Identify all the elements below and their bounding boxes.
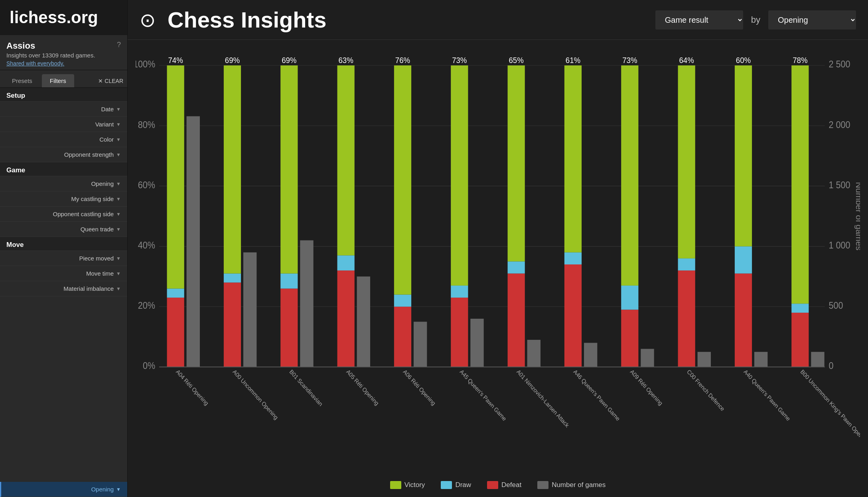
presets-tab[interactable]: Presets: [4, 74, 40, 87]
filter-queen-trade[interactable]: Queen trade ▼: [0, 222, 127, 237]
svg-text:0: 0: [829, 360, 833, 371]
metric-select[interactable]: Game result: [655, 10, 743, 30]
main-header: ⊙ Chess Insights Game result by Opening: [128, 0, 868, 40]
svg-rect-36: [280, 274, 298, 289]
shared-link[interactable]: Shared with everybody.: [6, 60, 121, 67]
svg-text:2 000: 2 000: [829, 119, 850, 130]
filter-date[interactable]: Date ▼: [0, 102, 127, 117]
filter-move-time[interactable]: Move time ▼: [0, 266, 127, 281]
date-arrow: ▼: [116, 106, 121, 112]
bar-group-10: 32% 4% 64%: [678, 55, 711, 367]
defeat-swatch: [487, 481, 498, 489]
defeat-label: Defeat: [501, 481, 521, 489]
material-imbalance-arrow: ▼: [116, 286, 121, 292]
svg-text:A40 Queen's Pawn Game: A40 Queen's Pawn Game: [742, 368, 791, 422]
filter-my-castling[interactable]: My castling side ▼: [0, 191, 127, 207]
opening-active-arrow: ▼: [116, 487, 121, 492]
legend-draw: Draw: [441, 481, 471, 489]
svg-text:A09 Réti Opening: A09 Réti Opening: [629, 368, 664, 406]
svg-text:0%: 0%: [143, 360, 155, 371]
filter-opening[interactable]: Opening ▼: [0, 176, 127, 191]
svg-rect-64: [508, 261, 525, 273]
svg-rect-34: [280, 288, 298, 367]
svg-rect-43: [337, 255, 355, 270]
help-icon[interactable]: ?: [117, 41, 121, 49]
svg-rect-52: [394, 65, 411, 295]
by-label: by: [751, 15, 760, 25]
svg-rect-24: [167, 65, 184, 288]
svg-text:B01 Scandinavian: B01 Scandinavian: [288, 368, 324, 407]
svg-text:63%: 63%: [338, 55, 353, 65]
legend-count: Number of games: [537, 481, 606, 489]
setup-section-header: Setup: [0, 88, 127, 102]
svg-rect-78: [621, 286, 638, 310]
svg-text:20%: 20%: [138, 300, 155, 311]
move-section-header: Move: [0, 237, 127, 251]
legend-victory: Victory: [390, 481, 425, 489]
svg-rect-38: [280, 65, 298, 274]
svg-text:78%: 78%: [793, 55, 807, 65]
svg-rect-29: [224, 274, 241, 283]
svg-rect-68: [527, 340, 541, 367]
sidebar-username: Assios: [6, 41, 35, 51]
game-section-header: Game: [0, 162, 127, 176]
color-arrow: ▼: [116, 137, 121, 142]
opening-arrow: ▼: [116, 181, 121, 187]
svg-rect-45: [337, 65, 355, 255]
svg-rect-33: [243, 252, 256, 367]
filter-opening-active[interactable]: Opening ▼: [0, 482, 127, 497]
filter-color[interactable]: Color ▼: [0, 132, 127, 147]
dimension-select[interactable]: Opening: [768, 10, 856, 30]
svg-rect-69: [564, 264, 582, 367]
filter-piece-moved[interactable]: Piece moved ▼: [0, 251, 127, 266]
filter-opp-castling[interactable]: Opponent castling side ▼: [0, 207, 127, 222]
queen-trade-arrow: ▼: [116, 227, 121, 232]
svg-rect-71: [564, 252, 582, 264]
svg-text:69%: 69%: [225, 55, 240, 65]
svg-rect-73: [564, 65, 582, 252]
svg-rect-40: [300, 240, 313, 367]
svg-text:B00 Uncommon King's Pawn Openi: B00 Uncommon King's Pawn Opening: [799, 368, 860, 445]
variant-arrow: ▼: [116, 122, 121, 127]
filter-material-imbalance[interactable]: Material imbalance ▼: [0, 281, 127, 296]
svg-rect-61: [470, 319, 483, 367]
svg-text:A45 Queen's Pawn Game: A45 Queen's Pawn Game: [459, 368, 508, 422]
svg-text:A00 Uncommon Opening: A00 Uncommon Opening: [231, 368, 279, 421]
svg-text:Number of games: Number of games: [854, 182, 860, 250]
bar-group-7: 31% 4% 65%: [508, 55, 541, 367]
svg-text:60%: 60%: [138, 179, 155, 190]
insights-text: Insights over 13309 rated games.: [6, 51, 121, 59]
svg-text:A04 Réti Opening: A04 Réti Opening: [175, 368, 209, 406]
filter-tabs: Presets Filters ✕ CLEAR: [0, 70, 127, 88]
svg-rect-20: [167, 298, 184, 367]
draw-swatch: [441, 481, 452, 489]
site-logo[interactable]: lichess.org: [0, 0, 127, 35]
svg-rect-83: [678, 270, 695, 367]
filter-opponent-strength[interactable]: Opponent strength ▼: [0, 147, 127, 162]
bar-group-12: 18% 3% 78%: [791, 55, 824, 367]
svg-text:74%: 74%: [168, 55, 183, 65]
svg-rect-31: [224, 65, 241, 274]
filters-tab[interactable]: Filters: [42, 74, 74, 87]
svg-rect-22: [167, 288, 184, 298]
svg-text:40%: 40%: [138, 240, 155, 250]
svg-text:A01 Nimzovich-Larsen Attack: A01 Nimzovich-Larsen Attack: [515, 368, 570, 429]
user-section: Assios ? Insights over 13309 rated games…: [0, 35, 127, 70]
svg-text:73%: 73%: [622, 55, 637, 65]
filter-variant[interactable]: Variant ▼: [0, 117, 127, 132]
my-castling-arrow: ▼: [116, 196, 121, 202]
victory-swatch: [390, 481, 401, 489]
count-swatch: [537, 481, 548, 489]
svg-rect-50: [394, 295, 411, 307]
svg-rect-41: [337, 270, 355, 367]
clear-button[interactable]: ✕ CLEAR: [98, 78, 123, 84]
bar-group-1: 23% 4% 74%: [167, 55, 200, 367]
bar-group-11: 31% 9% 60%: [735, 55, 767, 367]
piece-moved-arrow: ▼: [116, 256, 121, 261]
bar-group-2: 28% 3% 69%: [224, 55, 256, 367]
svg-rect-27: [224, 282, 241, 367]
legend-defeat: Defeat: [487, 481, 521, 489]
svg-rect-99: [791, 304, 809, 313]
svg-text:500: 500: [829, 300, 843, 311]
svg-rect-80: [621, 65, 638, 286]
